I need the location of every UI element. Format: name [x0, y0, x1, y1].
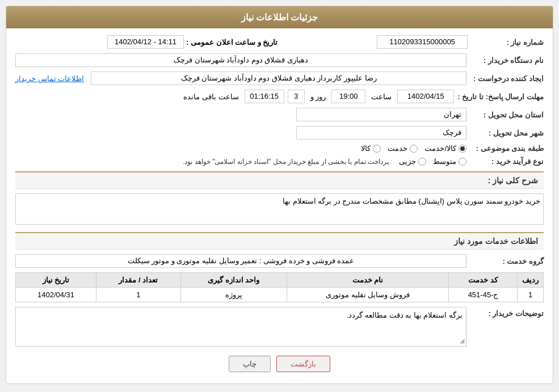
radio-jozvi: جزیی: [399, 157, 426, 166]
radio-khadamat: خدمت: [388, 144, 418, 153]
radio-kala-circle[interactable]: [373, 145, 381, 153]
kala-label: کالا: [361, 144, 371, 153]
namDastgah-label: نام دستگاه خریدار :: [470, 56, 544, 65]
motavaset-label: متوسط: [433, 157, 456, 166]
table-header-row: ردیف کد خدمت نام خدمت واحد اندازه گیری ت…: [16, 273, 544, 288]
table-cell-4: 1: [96, 288, 181, 302]
mande-label: ساعت باقی مانده: [183, 92, 238, 101]
tosifat-value: برگه استعلام بها به دقت مطالعه گردد.: [347, 311, 463, 319]
noeFarayand-radios: متوسط جزیی: [399, 157, 466, 166]
sharhKoli-wrapper: خرید خودرو سمند سورن پلاس (اپشنال) مطابق…: [15, 193, 544, 226]
table-cell-1: ج-45-451: [449, 288, 518, 302]
tarikh-elan-value: 1402/04/12 - 14:11: [107, 35, 184, 49]
radio-jozvi-circle[interactable]: [418, 158, 426, 166]
tabaqe-label: طبقه بندی موضوعی :: [470, 144, 544, 153]
service-table: ردیف کد خدمت نام خدمت واحد اندازه گیری ت…: [15, 272, 544, 302]
mohlat-date: 1402/04/15: [397, 90, 454, 103]
mande-value: 01:16:15: [245, 90, 284, 103]
row-shahr: شهر محل تحویل : فرچک: [15, 126, 544, 140]
shahr-label: شهر محل تحویل :: [470, 129, 544, 137]
row-ijadKonande: ایجاد کننده درخواست : رضا علیپور کاربردا…: [15, 71, 544, 85]
tarikh-elan-field: تاریخ و ساعت اعلان عمومی : 1402/04/12 - …: [15, 35, 278, 49]
row-mohlat: مهلت ارسال پاسخ: تا تاریخ : 1402/04/15 س…: [15, 90, 544, 103]
ijadKonande-value: رضا علیپور کاربرداز دهیاری قشلاق دوم داو…: [91, 71, 466, 85]
ostan-value: تهران: [296, 108, 466, 121]
tosifat-box: برگه استعلام بها به دقت مطالعه گردد.: [15, 307, 466, 347]
row-groheKhadamat: گروه خدمت : عمده فروشی و خرده فروشی : تع…: [15, 254, 544, 268]
main-container: جزئیات اطلاعات نیاز شماره نیاز : 1102093…: [6, 6, 553, 384]
table-cell-5: 1402/04/31: [16, 288, 96, 302]
shomareNiaz-field: شماره نیاز : 1102093315000005: [281, 35, 544, 49]
namDastgah-value: دهیاری قشلاق دوم داودآباد شهرستان فرچک: [15, 53, 466, 67]
khadamat-label: خدمت: [388, 144, 407, 153]
radio-kala: کالا: [361, 144, 381, 153]
col-namKhadamat: نام خدمت: [287, 273, 448, 288]
col-kodKhadamat: کد خدمت: [449, 273, 518, 288]
noeFarayand-note: پرداخت تمام یا بخشی از مبلغ خریداز محل "…: [183, 158, 389, 166]
radio-motavaset: متوسط: [433, 157, 466, 166]
row-ostan: استان محل تحویل : تهران: [15, 108, 544, 121]
radio-khadamat-circle[interactable]: [410, 145, 418, 153]
row-shomareNiaz: شماره نیاز : 1102093315000005 تاریخ و سا…: [15, 35, 544, 49]
radio-kalaKhadamat: کالا/خدمت: [424, 144, 466, 153]
groheKhadamat-value: عمده فروشی و خرده فروشی : تعمیر وسایل نق…: [15, 254, 466, 268]
buttons-row: بازگشت چاپ: [15, 356, 544, 372]
radio-kalaKhadamat-circle[interactable]: [459, 145, 466, 153]
content-area: شماره نیاز : 1102093315000005 تاریخ و سا…: [6, 28, 553, 383]
sharhKoli-section-title: شرح کلی نیاز :: [15, 171, 544, 189]
tarikh-elan-label: تاریخ و ساعت اعلان عمومی :: [186, 38, 278, 47]
page-title: جزئیات اطلاعات نیاز: [241, 12, 318, 22]
print-button[interactable]: چاپ: [229, 356, 271, 372]
groheKhadamat-label: گروه خدمت :: [470, 257, 544, 265]
saat-label: ساعت: [371, 92, 392, 101]
col-tedad: تعداد / مقدار: [96, 273, 181, 288]
ettelaatTamas-link[interactable]: اطلاعات تماس خریدار: [15, 74, 84, 83]
col-tarikhNiaz: تاریخ نیاز: [16, 273, 96, 288]
ijadKonande-label: ایجاد کننده درخواست :: [470, 74, 544, 83]
tabaqe-radios: کالا/خدمت خدمت کالا: [361, 144, 466, 153]
noeFarayand-label: نوع فرآیند خرید :: [470, 157, 544, 166]
row-namDastgah: نام دستگاه خریدار : دهیاری قشلاق دوم داو…: [15, 53, 544, 67]
resize-icon: ◢: [460, 337, 464, 344]
col-vahed: واحد اندازه گیری: [180, 273, 287, 288]
ostan-label: استان محل تحویل :: [470, 111, 544, 119]
khadamatInfo-section-title: اطلاعات خدمات مورد نیاز: [15, 232, 544, 250]
rooz-label: روز و: [310, 92, 326, 101]
table-cell-0: 1: [518, 288, 544, 302]
row-tabaqe: طبقه بندی موضوعی : کالا/خدمت خدمت کالا: [15, 144, 544, 153]
kalaKhadamat-label: کالا/خدمت: [424, 144, 456, 153]
col-radif: ردیف: [518, 273, 544, 288]
rooz-value: 3: [288, 90, 305, 103]
saat-value: 19:00: [331, 90, 365, 103]
jozvi-label: جزیی: [399, 157, 416, 166]
table-row: 1ج-45-451فروش وسایل نقلیه موتوریپروژه114…: [16, 288, 544, 302]
radio-motavaset-circle[interactable]: [459, 158, 466, 166]
shahr-value: فرچک: [296, 126, 466, 140]
sharhKoli-textarea[interactable]: [15, 193, 544, 225]
tosifat-label: توضیحات خریدار :: [470, 307, 544, 318]
tosifat-wrapper: برگه استعلام بها به دقت مطالعه گردد. ◢: [15, 307, 466, 347]
back-button[interactable]: بازگشت: [276, 356, 330, 372]
table-cell-2: فروش وسایل نقلیه موتوری: [287, 288, 448, 302]
shomareNiaz-value: 1102093315000005: [377, 35, 468, 49]
mohlat-label: مهلت ارسال پاسخ: تا تاریخ :: [457, 92, 544, 101]
table-cell-3: پروژه: [180, 288, 287, 302]
row-tosifat: توضیحات خریدار : برگه استعلام بها به دقت…: [15, 307, 544, 347]
shomareNiaz-label: شماره نیاز :: [470, 38, 544, 47]
page-header: جزئیات اطلاعات نیاز: [6, 6, 553, 28]
row-noeFarayand: نوع فرآیند خرید : متوسط جزیی پرداخت تمام…: [15, 157, 544, 166]
